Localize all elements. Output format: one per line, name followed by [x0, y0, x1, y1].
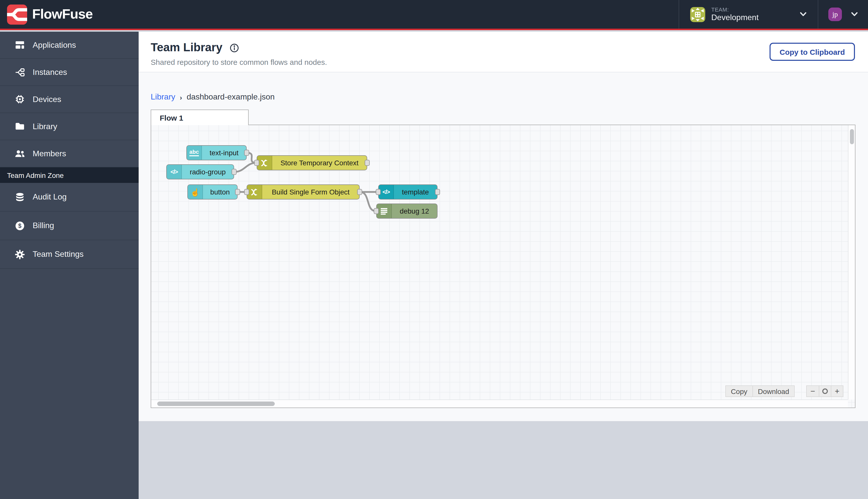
node-label: text-input	[202, 146, 246, 160]
team-label: TEAM:	[711, 7, 794, 13]
abc-text-icon: abc	[189, 149, 199, 156]
node-output-port[interactable]	[232, 169, 237, 175]
flow-node-debug-12[interactable]: debug 12	[376, 204, 437, 219]
pointer-hand-icon: ☝	[190, 188, 200, 196]
billing-icon: $	[15, 220, 25, 231]
top-navbar: FlowFuse	[0, 0, 868, 30]
node-input-port[interactable]	[376, 189, 381, 195]
node-icon-box	[377, 204, 392, 218]
node-icon-box	[247, 185, 262, 199]
node-output-port[interactable]	[435, 189, 440, 195]
brand-wordmark: FlowFuse	[32, 7, 93, 22]
node-icon-box: </>	[167, 165, 182, 179]
zoom-out-button[interactable]: −	[807, 386, 819, 397]
sidebar-item-label: Instances	[33, 68, 67, 77]
node-output-port[interactable]	[244, 150, 249, 156]
page-header: Team Library Shared repository to store …	[139, 32, 868, 72]
sidebar-item-instances[interactable]: Instances	[0, 59, 139, 86]
sidebar-item-devices[interactable]: Devices	[0, 86, 139, 113]
node-input-port[interactable]	[254, 160, 259, 166]
copy-to-clipboard-button[interactable]: Copy to Clipboard	[770, 43, 855, 61]
members-icon	[15, 148, 25, 159]
node-output-port[interactable]	[235, 189, 240, 195]
sidebar-item-label: Team Settings	[33, 250, 84, 259]
flow-canvas[interactable]: abctext-input</>radio-groupStore Tempora…	[151, 125, 855, 408]
breadcrumb-library-link[interactable]: Library	[151, 93, 175, 101]
svg-text:$: $	[18, 222, 22, 229]
node-label: radio-group	[182, 165, 234, 179]
team-chevron-down-icon[interactable]	[800, 12, 807, 16]
page-title: Team Library	[151, 41, 223, 54]
canvas-download-button[interactable]: Download	[752, 386, 794, 397]
sidebar-item-applications[interactable]: Applications	[0, 32, 139, 59]
flow-wire[interactable]	[360, 192, 376, 211]
sidebar-item-library[interactable]: Library	[0, 113, 139, 140]
sidebar-item-label: Devices	[33, 95, 61, 104]
instances-icon	[15, 67, 25, 77]
sidebar-admin-nav: Audit Log$BillingTeam Settings	[0, 183, 139, 269]
code-brackets-icon: </>	[171, 168, 178, 175]
node-input-port[interactable]	[244, 189, 249, 195]
sidebar-admin-zone-label: Team Admin Zone	[0, 167, 139, 183]
node-output-port[interactable]	[365, 160, 370, 166]
topbar-right: TEAM: Development jp	[679, 0, 868, 29]
horizontal-scroll-thumb[interactable]	[157, 402, 275, 406]
node-output-port[interactable]	[357, 189, 362, 195]
sidebar-item-billing[interactable]: $Billing	[0, 211, 139, 240]
sidebar: ApplicationsInstancesDevicesLibraryMembe…	[0, 32, 139, 499]
canvas-horizontal-scrollbar[interactable]	[151, 400, 848, 407]
node-label: Store Temporary Context	[272, 156, 367, 170]
user-menu[interactable]: jp	[818, 0, 868, 29]
node-label: Build Single Form Object	[262, 185, 359, 199]
team-name: Development	[711, 13, 794, 22]
info-icon[interactable]	[230, 43, 239, 53]
sidebar-main-nav: ApplicationsInstancesDevicesLibraryMembe…	[0, 32, 139, 167]
flow-node-store-temporary-context[interactable]: Store Temporary Context	[257, 155, 367, 170]
node-label: debug 12	[392, 204, 437, 218]
app-window: FlowFuse	[0, 0, 868, 499]
brand-logo[interactable]: FlowFuse	[0, 4, 93, 24]
sidebar-item-label: Members	[33, 149, 66, 158]
applications-icon	[15, 40, 25, 50]
node-icon-box: ☝	[188, 185, 203, 199]
breadcrumb-current-file: dashboard-example.json	[187, 93, 274, 101]
canvas-vertical-scrollbar[interactable]	[848, 125, 855, 400]
flow-node-template[interactable]: </>template	[378, 184, 437, 199]
node-label: template	[394, 185, 437, 199]
sidebar-item-team-settings[interactable]: Team Settings	[0, 240, 139, 269]
user-chevron-down-icon[interactable]	[851, 12, 858, 16]
shuffle-arrows-icon	[250, 188, 259, 196]
sidebar-item-label: Applications	[33, 40, 76, 49]
node-input-port[interactable]	[374, 208, 379, 214]
flowfuse-logo-icon	[7, 4, 27, 24]
zoom-reset-icon	[822, 388, 828, 394]
flow-wire[interactable]	[235, 163, 256, 172]
team-avatar	[690, 7, 705, 22]
flow-node-text-input[interactable]: abctext-input	[186, 145, 247, 160]
list-lines-icon	[380, 207, 388, 215]
node-icon-box: abc	[187, 146, 202, 160]
main-content: Team Library Shared repository to store …	[139, 32, 868, 499]
sidebar-item-label: Audit Log	[33, 193, 66, 202]
team-switcher[interactable]: TEAM: Development	[679, 0, 818, 29]
node-icon-box	[257, 156, 272, 170]
flow-tab[interactable]: Flow 1	[151, 110, 249, 125]
page-subtitle: Shared repository to store common flows …	[151, 58, 327, 66]
sidebar-item-members[interactable]: Members	[0, 140, 139, 167]
devices-icon	[15, 94, 25, 105]
canvas-copy-button[interactable]: Copy	[726, 386, 752, 397]
screenshot-viewport: FlowFuse	[0, 0, 868, 499]
library-icon	[15, 121, 25, 132]
flow-node-button[interactable]: ☝button	[187, 184, 238, 199]
zoom-in-button[interactable]: +	[831, 386, 843, 397]
flow-node-radio-group[interactable]: </>radio-group	[166, 164, 234, 179]
node-label: button	[203, 185, 237, 199]
sidebar-item-audit-log[interactable]: Audit Log	[0, 183, 139, 211]
vertical-scroll-thumb[interactable]	[850, 129, 854, 144]
node-icon-box: </>	[379, 185, 394, 199]
page-bottom-background	[139, 421, 868, 499]
audit-icon	[15, 192, 25, 202]
zoom-reset-button[interactable]	[819, 386, 831, 397]
breadcrumb: Library › dashboard-example.json	[151, 93, 275, 101]
flow-node-build-single-form-object[interactable]: Build Single Form Object	[247, 184, 360, 199]
